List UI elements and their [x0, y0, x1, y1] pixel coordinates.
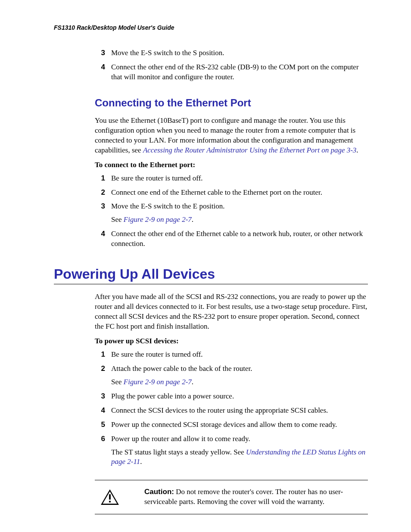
list-item: 3 Plug the power cable into a power sour…: [95, 392, 368, 401]
list-item: 1 Be sure the router is turned off.: [95, 174, 368, 184]
step-number: 2: [95, 364, 105, 374]
ethernet-intro: You use the Ethernet (10BaseT) port to c…: [95, 116, 368, 156]
step-text: Attach the power cable to the back of th…: [111, 364, 368, 387]
step-number: 3: [95, 202, 105, 212]
svg-rect-3: [109, 501, 111, 503]
step-text: Be sure the router is turned off.: [111, 174, 368, 184]
step-text: Power up the router and allow it to come…: [111, 434, 368, 467]
caution-label: Caution:: [144, 488, 174, 496]
step-text: Connect one end of the Ethernet cable to…: [111, 188, 368, 198]
list-item: 5 Power up the connected SCSI storage de…: [95, 420, 368, 430]
procedure-lead: To power up SCSI devices:: [95, 337, 368, 345]
step-number: 2: [95, 188, 105, 198]
intro-text-b: .: [356, 146, 358, 154]
xref-link[interactable]: Figure 2-9 on page 2-7: [124, 378, 192, 386]
list-item: 6 Power up the router and allow it to co…: [95, 434, 368, 467]
list-item: 4 Connect the other end of the Ethernet …: [95, 229, 368, 249]
step-number: 4: [95, 229, 105, 239]
step-line: Attach the power cable to the back of th…: [111, 364, 368, 374]
list-item: 4 Connect the other end of the RS-232 ca…: [95, 62, 368, 82]
step-number: 3: [95, 48, 105, 58]
step-text: Move the E-S switch to the E position. S…: [111, 202, 368, 225]
extra-line: The ST status light stays a steady yello…: [111, 448, 368, 467]
step-number: 6: [95, 434, 105, 444]
section-heading-ethernet: Connecting to the Ethernet Port: [95, 97, 368, 109]
step-text: Connect the other end of the RS-232 cabl…: [111, 62, 368, 82]
xref-link[interactable]: Figure 2-9 on page 2-7: [124, 215, 192, 224]
ethernet-section: Connecting to the Ethernet Port You use …: [95, 97, 368, 249]
step-line: Power up the router and allow it to come…: [111, 434, 368, 444]
xref-link[interactable]: Accessing the Router Administrator Using…: [143, 146, 356, 154]
list-item: 4 Connect the SCSI devices to the router…: [95, 406, 368, 416]
list-item: 2 Connect one end of the Ethernet cable …: [95, 188, 368, 198]
step-text: Plug the power cable into a power source…: [111, 392, 368, 401]
step-text: Power up the connected SCSI storage devi…: [111, 420, 368, 430]
running-header: FS1310 Rack/Desktop Model User's Guide: [54, 24, 368, 31]
caution-body: Do not remove the router's cover. The ro…: [144, 488, 343, 506]
section-heading-powering: Powering Up All Devices: [54, 266, 368, 282]
step-number: 1: [95, 350, 105, 360]
list-item: 3 Move the E-S switch to the S position.: [95, 48, 368, 58]
step-text: Be sure the router is turned off.: [111, 350, 368, 360]
power-intro: After you have made all of the SCSI and …: [95, 292, 368, 332]
step-number: 4: [95, 62, 105, 72]
svg-rect-2: [109, 495, 111, 500]
caution-text: Caution: Do not remove the router's cove…: [125, 487, 368, 507]
list-item: 3 Move the E-S switch to the E position.…: [95, 202, 368, 225]
caution-callout: Caution: Do not remove the router's cove…: [95, 480, 368, 514]
step-text: Move the E-S switch to the S position.: [111, 48, 368, 58]
list-item: 1 Be sure the router is turned off.: [95, 350, 368, 360]
warning-icon: [95, 488, 125, 506]
list-item: 2 Attach the power cable to the back of …: [95, 364, 368, 387]
step-line: Move the E-S switch to the E position.: [111, 202, 368, 212]
step-text: Connect the SCSI devices to the router u…: [111, 406, 368, 416]
step-text: Connect the other end of the Ethernet ca…: [111, 229, 368, 249]
step-number: 4: [95, 406, 105, 416]
see-line: See Figure 2-9 on page 2-7.: [111, 215, 368, 225]
section-rule: [54, 284, 368, 284]
procedure-lead: To connect to the Ethernet port:: [95, 161, 368, 169]
step-number: 1: [95, 174, 105, 184]
power-section: After you have made all of the SCSI and …: [95, 292, 368, 514]
step-number: 5: [95, 420, 105, 430]
see-line: See Figure 2-9 on page 2-7.: [111, 377, 368, 387]
document-page: FS1310 Rack/Desktop Model User's Guide 3…: [0, 0, 411, 532]
step-number: 3: [95, 392, 105, 401]
top-steps-continuation: 3 Move the E-S switch to the S position.…: [95, 48, 368, 82]
